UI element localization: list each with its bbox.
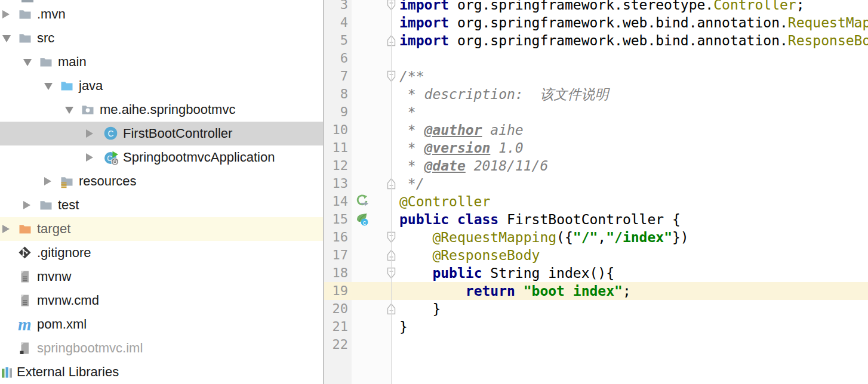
code-line-10[interactable]: 10 * @author aihe (324, 121, 868, 139)
chevron-expanded-icon[interactable] (23, 59, 32, 66)
code-line-19[interactable]: 19 return "boot index"; (324, 282, 868, 300)
code-line-22[interactable]: 22 (324, 336, 868, 354)
token-pl: org.springframework.web.bind.annotation. (449, 33, 788, 48)
tree-item-resources[interactable]: resources (0, 169, 323, 193)
code-line-text: @ResponseBody (399, 246, 540, 264)
folder-icon (18, 7, 32, 21)
code-line-9[interactable]: 9 * (324, 103, 868, 121)
tree-item-mvnw-cmd[interactable]: mvnw.cmd (0, 289, 323, 312)
code-line-21[interactable]: 21} (324, 318, 868, 336)
token-ann: @ResponseBody (432, 247, 540, 263)
tree-item-main[interactable]: main (0, 50, 323, 74)
line-number: 12 (325, 157, 348, 175)
token-pl: ; (796, 0, 805, 13)
spring-handler-gutter-icon[interactable] (355, 194, 370, 209)
tree-item-label: target (37, 217, 70, 241)
tree-item-me-aihe-springbootmvc[interactable]: me.aihe.springbootmvc (0, 98, 323, 122)
line-number: 7 (325, 67, 348, 85)
line-number: 17 (325, 246, 348, 264)
token-pl: , (598, 230, 606, 245)
code-line-text: */ (399, 175, 424, 193)
token-ann: @RequestMapping (432, 230, 556, 245)
code-line-18[interactable]: 18 public String index(){ (324, 264, 868, 282)
code-line-6[interactable]: 6 (324, 49, 868, 67)
token-doc: * (399, 104, 416, 120)
chevron-collapsed-icon[interactable] (86, 153, 93, 162)
line-number: 22 (325, 336, 348, 354)
code-line-4[interactable]: 4import org.springframework.web.bind.ann… (324, 14, 868, 32)
tree-item-test[interactable]: test (0, 193, 323, 217)
token-kw: import (399, 0, 449, 13)
token-pl (399, 247, 432, 263)
folder-resources-icon (60, 174, 74, 188)
folder-excluded-icon (18, 222, 32, 236)
chevron-collapsed-icon[interactable] (44, 177, 51, 185)
chevron-collapsed-icon[interactable] (23, 201, 30, 209)
class-boot-icon: C (104, 150, 118, 165)
tree-item-mvnw[interactable]: mvnw (0, 265, 323, 289)
token-pl: } (399, 301, 441, 317)
token-ann: Controller (713, 0, 796, 13)
tree-item-pom-xml[interactable]: mpom.xml (0, 312, 323, 336)
tree-item-label: .mvn (37, 2, 66, 26)
tree-item-label: java (79, 74, 103, 98)
code-line-text: public String index(){ (399, 264, 614, 282)
code-line-16[interactable]: 16 @RequestMapping({"/","/index"}) (324, 228, 868, 246)
line-number: 19 (325, 282, 348, 300)
code-line-5[interactable]: 5import org.springframework.web.bind.ann… (324, 32, 868, 49)
chevron-expanded-icon[interactable] (44, 83, 53, 90)
folder-icon (39, 198, 53, 212)
token-doc: /** (399, 69, 424, 84)
line-number: 9 (325, 103, 348, 121)
chevron-expanded-icon[interactable] (65, 107, 73, 114)
code-line-14[interactable]: 14@Controller (324, 193, 868, 210)
tree-item-label: me.aihe.springbootmvc (100, 98, 235, 122)
tree-item-label: mvnw.cmd (37, 289, 99, 312)
line-number: 16 (325, 228, 348, 246)
file-iml-icon (18, 341, 32, 355)
code-line-13[interactable]: 13 */ (324, 175, 868, 193)
tree-item-src[interactable]: src (0, 26, 323, 50)
code-line-17[interactable]: 17 @ResponseBody (324, 246, 868, 264)
tree-item--gitignore[interactable]: .gitignore (0, 241, 323, 265)
token-doc: * (399, 158, 424, 174)
spring-bean-gutter-icon[interactable]: c (355, 212, 370, 227)
token-kw: import (399, 33, 449, 48)
code-line-12[interactable]: 12 * @date 2018/11/6 (324, 157, 868, 175)
tree-item-label: src (37, 26, 54, 50)
tree-item-label: FirstBootController (123, 122, 232, 145)
tree-item-java[interactable]: java (0, 74, 323, 98)
token-kw: class (457, 212, 498, 227)
code-line-text: * @date 2018/11/6 (399, 157, 548, 175)
line-number: 11 (325, 139, 348, 157)
tree-item--mvn[interactable]: .mvn (0, 2, 323, 26)
line-number: 18 (325, 264, 348, 282)
line-number: 3 (325, 0, 348, 14)
chevron-expanded-icon[interactable] (2, 35, 11, 42)
tree-item-external-libraries[interactable]: External Libraries (0, 360, 323, 384)
code-line-11[interactable]: 11 * @version 1.0 (324, 139, 868, 157)
tree-item-springbootmvcapplication[interactable]: CSpringbootmvcApplication (0, 145, 323, 169)
tree-item-springbootmvc-iml[interactable]: springbootmvc.iml (0, 336, 323, 360)
code-line-20[interactable]: 20 } (324, 300, 868, 318)
code-line-3[interactable]: 3import org.springframework.stereotype.C… (324, 0, 868, 14)
chevron-collapsed-icon[interactable] (2, 10, 10, 18)
project-tree-panel: .mvnsrcmainjavame.aihe.springbootmvcCFir… (0, 0, 323, 384)
code-line-8[interactable]: 8 * description: 该文件说明 (324, 85, 868, 103)
line-number: 21 (325, 318, 348, 336)
chevron-collapsed-icon[interactable] (86, 129, 93, 138)
tree-item-label: .gitignore (37, 241, 91, 265)
code-line-7[interactable]: 7/** (324, 67, 868, 85)
token-str: "boot index" (524, 283, 623, 299)
folder-java-icon (60, 79, 74, 93)
tree-item-firstbootcontroller[interactable]: CFirstBootController (0, 122, 323, 145)
code-line-text: @Controller (399, 193, 490, 210)
tree-item-target[interactable]: target (0, 217, 323, 241)
code-line-15[interactable]: 15cpublic class FirstBootController { (324, 210, 868, 228)
chevron-collapsed-icon[interactable] (2, 225, 10, 233)
tree-item-label: springbootmvc.iml (37, 336, 143, 360)
folder-icon (18, 31, 32, 45)
tree-item-label: test (58, 193, 79, 217)
token-pl: org.springframework.stereotype. (449, 0, 713, 13)
svg-text:c: c (363, 219, 367, 226)
